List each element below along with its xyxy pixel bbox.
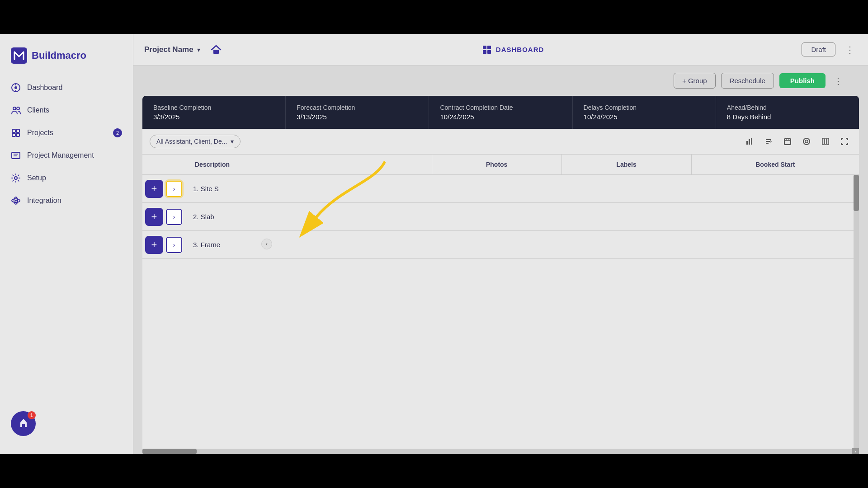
bar-chart-view-button[interactable] — [742, 134, 757, 149]
content-area: + Group Reschedule Publish ⋮ Baseline Co… — [133, 66, 868, 454]
th-booked-start: Booked Start — [692, 155, 859, 174]
row-expand-button-2[interactable]: › — [166, 209, 182, 225]
th-description: Description — [188, 155, 432, 174]
dashboard-text: DASHBOARD — [496, 46, 544, 53]
project-selector[interactable]: Project Name ▾ — [144, 45, 200, 54]
stat-contract-value: 10/24/2025 — [440, 113, 561, 121]
svg-rect-23 — [487, 50, 491, 54]
th-labels: Labels — [562, 155, 692, 174]
svg-rect-11 — [12, 152, 20, 159]
group-button[interactable]: + Group — [674, 73, 716, 89]
horizontal-scrollbar[interactable]: › — [142, 449, 859, 454]
stat-contract: Contract Completion Date 10/24/2025 — [429, 96, 572, 129]
svg-rect-26 — [751, 138, 752, 145]
stat-ahead-behind: Ahead/Behind 8 Days Behind — [716, 96, 859, 129]
sidebar-item-projects-label: Projects — [27, 129, 53, 137]
radio-view-button[interactable] — [799, 134, 814, 149]
vertical-scrollbar[interactable] — [854, 175, 859, 449]
svg-rect-21 — [487, 46, 491, 49]
clients-icon — [11, 105, 21, 115]
stat-forecast-value: 3/13/2025 — [297, 113, 418, 121]
stat-baseline-label: Baseline Completion — [153, 104, 274, 111]
view-icons — [742, 134, 852, 149]
row-expand-button-1[interactable]: › — [166, 181, 182, 197]
sort-view-button[interactable] — [761, 134, 776, 149]
stat-ahead-value: 8 Days Behind — [727, 113, 848, 121]
calendar-view-button[interactable] — [780, 134, 795, 149]
row-expand-button-3[interactable]: › — [166, 237, 182, 253]
sidebar-item-clients-label: Clients — [27, 106, 49, 114]
stat-ahead-label: Ahead/Behind — [727, 104, 848, 111]
svg-rect-20 — [483, 46, 486, 49]
stat-delays-value: 10/24/2025 — [584, 113, 705, 121]
svg-rect-18 — [22, 424, 25, 427]
sidebar: Buildmacro Dashboard — [0, 34, 133, 454]
sidebar-item-dashboard[interactable]: Dashboard — [0, 77, 133, 98]
sidebar-bottom: 1 — [0, 402, 133, 445]
svg-rect-8 — [16, 129, 19, 132]
columns-view-button[interactable] — [818, 134, 833, 149]
row-description-2: 2. Slab — [186, 213, 859, 221]
row-description-3: 3. Frame — [186, 241, 859, 249]
svg-rect-24 — [746, 141, 748, 145]
action-bar: + Group Reschedule Publish ⋮ — [133, 66, 868, 96]
sidebar-item-setup[interactable]: Setup — [0, 168, 133, 188]
row-add-button-3[interactable]: + — [145, 236, 163, 254]
stat-contract-label: Contract Completion Date — [440, 104, 561, 111]
svg-point-17 — [15, 200, 17, 202]
top-header: Project Name ▾ DASHB — [133, 34, 868, 66]
sidebar-item-project-management[interactable]: Project Management — [0, 145, 133, 166]
table-container: All Assistant, Client, De... ▾ — [142, 129, 859, 449]
svg-rect-7 — [12, 129, 15, 132]
svg-rect-30 — [784, 139, 791, 145]
sidebar-item-integration[interactable]: Integration — [0, 190, 133, 211]
stat-baseline: Baseline Completion 3/3/2025 — [142, 96, 286, 129]
sidebar-collapse-toggle[interactable]: ‹ — [261, 239, 272, 249]
svg-rect-9 — [12, 133, 15, 136]
table-toolbar: All Assistant, Client, De... ▾ — [142, 129, 859, 155]
svg-point-14 — [14, 177, 17, 179]
svg-rect-36 — [822, 138, 824, 145]
row-add-button-2[interactable]: + — [145, 208, 163, 226]
filter-dropdown[interactable]: All Assistant, Client, De... ▾ — [150, 135, 241, 148]
svg-point-5 — [13, 107, 16, 110]
svg-point-2 — [14, 86, 17, 89]
draft-button[interactable]: Draft — [802, 42, 835, 56]
home-button[interactable] — [208, 41, 225, 58]
notification-badge: 1 — [28, 411, 36, 419]
svg-rect-10 — [16, 133, 19, 136]
dashboard-icon — [11, 83, 21, 93]
row-add-button-1[interactable]: + — [145, 180, 163, 198]
reschedule-button[interactable]: Reschedule — [721, 73, 774, 89]
sidebar-item-integration-label: Integration — [27, 197, 61, 205]
logo-icon — [11, 47, 27, 64]
filter-label: All Assistant, Client, De... — [156, 138, 227, 145]
header-more-button[interactable]: ⋮ — [843, 42, 857, 57]
svg-rect-19 — [213, 50, 219, 54]
svg-point-35 — [805, 140, 808, 143]
table-row: + › 3. Frame — [142, 231, 859, 259]
table-header: Description Photos Labels Booked Start — [142, 155, 859, 175]
h-scrollbar-thumb[interactable] — [142, 449, 197, 454]
stat-baseline-value: 3/3/2025 — [153, 113, 274, 121]
sidebar-item-clients[interactable]: Clients — [0, 100, 133, 121]
fullscreen-button[interactable] — [837, 134, 852, 149]
dashboard-nav-label[interactable]: DASHBOARD — [482, 45, 544, 54]
nav-items: Dashboard Clients — [0, 77, 133, 402]
publish-button[interactable]: Publish — [779, 73, 826, 88]
action-more-button[interactable]: ⋮ — [831, 74, 845, 88]
integration-icon — [11, 196, 21, 206]
stat-forecast: Forecast Completion 3/13/2025 — [286, 96, 429, 129]
notification-avatar[interactable]: 1 — [11, 411, 36, 436]
h-scroll-arrow[interactable]: › — [852, 448, 859, 454]
svg-rect-37 — [825, 138, 826, 145]
th-photos: Photos — [432, 155, 562, 174]
svg-point-34 — [803, 138, 810, 145]
sidebar-item-dashboard-label: Dashboard — [27, 84, 62, 92]
sidebar-item-projects[interactable]: Projects 2 — [0, 122, 133, 143]
setup-icon — [11, 173, 21, 183]
table-row: + › 1. Site S — [142, 175, 859, 203]
scrollbar-thumb[interactable] — [854, 175, 859, 211]
svg-rect-25 — [749, 139, 750, 145]
logo-area: Buildmacro — [0, 43, 133, 77]
